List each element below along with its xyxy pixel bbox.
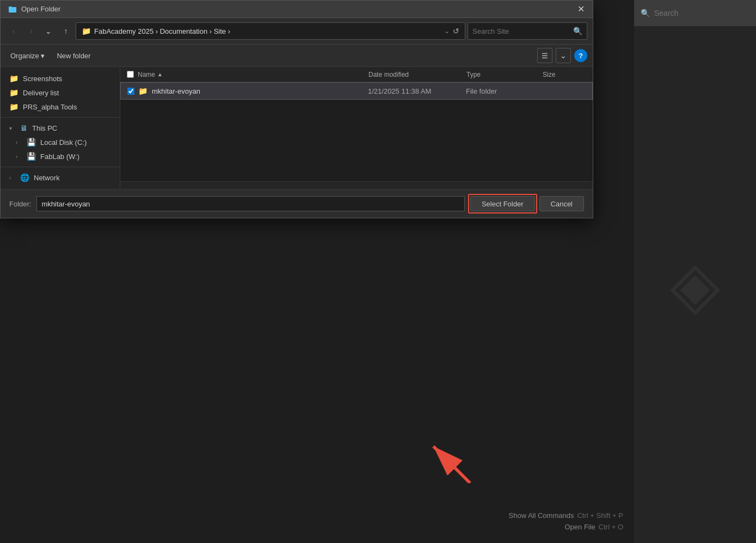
- drive-icon: 💾: [27, 152, 36, 161]
- row-filename: mkhitar-evoyan: [152, 87, 368, 95]
- sidebar-divider: [1, 117, 120, 118]
- row-date: 1/21/2025 11:38 AM: [368, 87, 466, 95]
- dialog-title-text: Open Folder: [21, 5, 60, 13]
- expand-icon: ›: [16, 154, 22, 160]
- search-box: 🔍: [468, 22, 587, 40]
- sidebar-item-prs-alpha-tools[interactable]: 📁 PRS_alpha Tools: [1, 100, 120, 114]
- header-checkbox-area: [127, 71, 138, 78]
- folder-icon: 📁: [9, 74, 19, 83]
- address-refresh-icon: ↺: [453, 27, 459, 35]
- row-folder-icon: 📁: [138, 87, 147, 95]
- drive-icon: 💾: [27, 138, 36, 147]
- column-date-header[interactable]: Date modified: [368, 71, 466, 78]
- vscode-search-input[interactable]: [654, 9, 749, 17]
- sidebar-fablab-label: FabLab (W:): [40, 152, 79, 161]
- view-toggle-button[interactable]: ☰: [537, 48, 552, 63]
- dialog-title: Open Folder: [8, 5, 60, 14]
- vscode-search-bar: 🔍: [634, 0, 756, 26]
- filelist-header: Name ▲ Date modified Type Size: [120, 67, 593, 82]
- show-all-commands-row: Show All Commands Ctrl + Shift + P: [509, 511, 624, 520]
- vscode-right-panel: ◈: [634, 26, 756, 543]
- folder-icon: 📁: [9, 102, 19, 111]
- folder-label: Folder:: [9, 200, 31, 208]
- select-all-checkbox[interactable]: [127, 71, 134, 78]
- view-chevron-button[interactable]: ⌄: [556, 48, 571, 63]
- new-folder-button[interactable]: New folder: [52, 50, 95, 62]
- select-folder-button[interactable]: Select Folder: [470, 196, 535, 211]
- nav-dropdown-button[interactable]: ⌄: [41, 23, 56, 39]
- sidebar-item-network[interactable]: › 🌐 Network: [1, 170, 120, 185]
- expand-icon: ›: [16, 139, 22, 145]
- sidebar-screenshots-label: Screenshots: [23, 75, 62, 83]
- address-folder-icon: 📁: [82, 27, 91, 35]
- dialog-title-icon: [8, 5, 17, 14]
- select-folder-wrapper: Select Folder: [470, 196, 535, 211]
- address-path-text: FabAcademy 2025 › Documentation › Site ›: [94, 27, 441, 35]
- show-all-commands-label: Show All Commands: [509, 511, 574, 520]
- sidebar-item-screenshots[interactable]: 📁 Screenshots: [1, 71, 120, 86]
- network-icon: 🌐: [20, 173, 29, 182]
- expand-icon: ›: [9, 175, 16, 181]
- sidebar-network-label: Network: [34, 174, 60, 182]
- footer-buttons: Select Folder Cancel: [470, 196, 584, 211]
- row-checkbox[interactable]: [127, 88, 134, 95]
- open-file-row: Open File Ctrl + O: [564, 523, 623, 531]
- dialog-filelist: Name ▲ Date modified Type Size: [120, 67, 593, 189]
- vscode-logo-icon: ◈: [670, 247, 720, 322]
- dialog-addressbar: ‹ › ⌄ ↑ 📁 FabAcademy 2025 › Documentatio…: [1, 18, 593, 45]
- dialog-toolbar: Organize ▾ New folder ☰ ⌄ ?: [1, 45, 593, 67]
- nav-up-button[interactable]: ↑: [58, 23, 73, 39]
- address-box[interactable]: 📁 FabAcademy 2025 › Documentation › Site…: [76, 22, 465, 40]
- column-type-header[interactable]: Type: [466, 71, 543, 78]
- search-icon: 🔍: [641, 9, 650, 17]
- sidebar-item-this-pc[interactable]: ▾ 🖥 This PC: [1, 121, 120, 135]
- column-name-label: Name: [138, 71, 155, 78]
- sidebar-item-fablab[interactable]: › 💾 FabLab (W:): [1, 149, 120, 163]
- sidebar-this-pc-label: This PC: [32, 124, 57, 132]
- filelist-body: 📁 mkhitar-evoyan 1/21/2025 11:38 AM File…: [120, 82, 593, 181]
- vscode-bottom-bar: Show All Commands Ctrl + Shift + P Open …: [0, 499, 634, 543]
- column-name-header[interactable]: Name ▲: [138, 71, 368, 78]
- help-button[interactable]: ?: [574, 49, 587, 62]
- row-checkbox-area: [127, 88, 138, 95]
- folder-icon: 📁: [9, 88, 19, 97]
- dialog-overlay: Open Folder ✕ ‹ › ⌄ ↑ 📁 FabAcademy 2025 …: [0, 0, 634, 499]
- column-size-header[interactable]: Size: [543, 71, 586, 78]
- horizontal-scrollbar[interactable]: [120, 181, 593, 189]
- sidebar-prs-alpha-tools-label: PRS_alpha Tools: [23, 103, 77, 111]
- cancel-button[interactable]: Cancel: [539, 196, 584, 211]
- column-size-label: Size: [543, 71, 555, 78]
- dialog-titlebar: Open Folder ✕: [1, 1, 593, 18]
- show-all-commands-shortcut: Ctrl + Shift + P: [577, 511, 623, 520]
- open-file-shortcut: Ctrl + O: [599, 523, 623, 531]
- folder-input[interactable]: [36, 196, 464, 211]
- sidebar-delivery-list-label: Delivery list: [23, 89, 59, 97]
- nav-back-button[interactable]: ‹: [6, 23, 21, 39]
- sidebar-divider-2: [1, 167, 120, 167]
- search-magnifier-icon: 🔍: [573, 27, 582, 35]
- sidebar-local-disk-label: Local Disk (C:): [40, 138, 87, 147]
- dialog-sidebar: 📁 Screenshots 📁 Delivery list 📁 PRS_alph…: [1, 67, 120, 189]
- column-date-label: Date modified: [368, 71, 409, 78]
- organize-button[interactable]: Organize ▾: [6, 50, 49, 62]
- dialog-content: 📁 Screenshots 📁 Delivery list 📁 PRS_alph…: [1, 67, 593, 189]
- column-type-label: Type: [466, 71, 481, 78]
- address-search-input[interactable]: [472, 27, 570, 35]
- dialog-close-button[interactable]: ✕: [573, 2, 588, 17]
- address-dropdown-icon: ⌄: [444, 27, 450, 35]
- nav-forward-button[interactable]: ›: [23, 23, 39, 39]
- sidebar-item-delivery-list[interactable]: 📁 Delivery list: [1, 86, 120, 100]
- sort-arrow-icon: ▲: [157, 71, 163, 77]
- expand-icon: ▾: [9, 125, 16, 131]
- sidebar-item-local-disk[interactable]: › 💾 Local Disk (C:): [1, 135, 120, 149]
- table-row[interactable]: 📁 mkhitar-evoyan 1/21/2025 11:38 AM File…: [120, 82, 593, 100]
- dialog-footer: Folder: Select Folder Cancel: [1, 189, 593, 218]
- row-type: File folder: [466, 87, 542, 95]
- svg-rect-1: [9, 7, 12, 8]
- pc-icon: 🖥: [20, 124, 28, 132]
- open-file-label: Open File: [564, 523, 595, 531]
- open-folder-dialog: Open Folder ✕ ‹ › ⌄ ↑ 📁 FabAcademy 2025 …: [0, 0, 593, 218]
